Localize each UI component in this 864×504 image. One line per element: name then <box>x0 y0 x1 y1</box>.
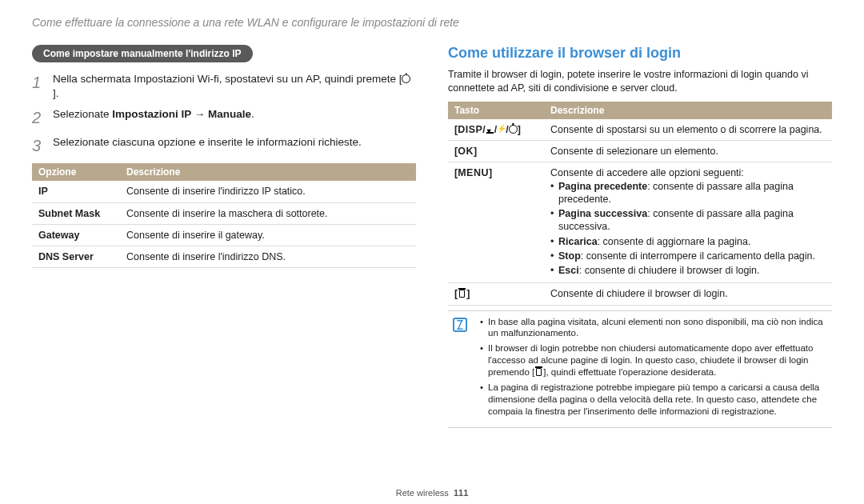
menu-item-label: Pagina precedente <box>558 181 647 192</box>
opt-key: DNS Server <box>32 246 120 268</box>
opt-key: Subnet Mask <box>32 202 120 224</box>
key-cell-ok: [OK] <box>448 141 544 162</box>
menu-item-text: : consente di interrompere il caricament… <box>581 250 815 262</box>
list-item: Esci: consente di chiudere il browser di… <box>550 264 826 277</box>
step-2-text-a: Selezionate <box>53 108 112 120</box>
table-row: [MENU] Consente di accedere alle opzioni… <box>448 162 832 283</box>
col-header-option: Opzione <box>32 163 120 181</box>
page-footer: Rete wireless 111 <box>0 488 864 498</box>
disp-key-label: DISP <box>458 124 482 135</box>
opt-desc: Consente di inserire l'indirizzo IP stat… <box>120 181 416 202</box>
list-item: Stop: consente di interrompere il carica… <box>550 250 826 262</box>
menu-item-text: : consente di chiudere il browser di log… <box>579 265 760 276</box>
table-row: DNS Server Consente di inserire l'indiri… <box>32 246 416 268</box>
step-2-text-c: . <box>251 108 254 120</box>
step-3-text: Selezionate ciascuna opzione e inserite … <box>53 135 362 157</box>
menu-intro: Consente di accedere alle opzioni seguen… <box>550 167 744 178</box>
menu-item-label: Esci <box>558 265 579 276</box>
table-row: [DISP///] Consente di spostarsi su un el… <box>448 119 832 141</box>
step-2-bold: Impostazioni IP → Manuale <box>112 108 251 120</box>
col-header-key: Tasto <box>448 102 544 119</box>
keys-table: Tasto Descrizione [DISP///] Consente di … <box>448 102 832 306</box>
opt-desc: Consente di inserire la maschera di sott… <box>120 202 416 224</box>
menu-options-list: Pagina precedente: consente di passare a… <box>550 180 826 278</box>
note-icon <box>453 318 467 332</box>
section-intro: Tramite il browser di login, potete inse… <box>448 68 832 95</box>
table-row: IP Consente di inserire l'indirizzo IP s… <box>32 181 416 202</box>
subheading-ip-manual: Come impostare manualmente l'indirizzo I… <box>32 45 253 62</box>
step-number: 1 <box>32 72 45 101</box>
key-desc: Consente di chiudere il browser di login… <box>544 283 832 305</box>
step-3: 3 Selezionate ciascuna opzione e inserit… <box>32 135 416 157</box>
trash-icon <box>458 289 466 298</box>
table-row: Gateway Consente di inserire il gateway. <box>32 224 416 246</box>
note-box: In base alla pagina visitata, alcuni ele… <box>448 310 832 429</box>
menu-item-text: : consente di aggiornare la pagina. <box>598 236 751 247</box>
ok-key-label: OK <box>458 146 474 157</box>
table-row: Subnet Mask Consente di inserire la masc… <box>32 202 416 224</box>
key-desc: Consente di selezionare un elemento. <box>544 141 832 162</box>
right-column: Come utilizzare il browser di login Tram… <box>448 45 832 428</box>
step-1-text-a: Nella schermata Impostazioni Wi-fi, spos… <box>53 73 402 85</box>
opt-desc: Consente di inserire il gateway. <box>120 224 416 246</box>
key-cell-trash: [] <box>448 283 544 305</box>
step-number: 3 <box>32 135 45 157</box>
key-cell-menu: [MENU] <box>448 162 544 283</box>
menu-item-label: Ricarica <box>558 236 598 247</box>
page-number: 111 <box>454 488 468 498</box>
menu-item-label: Stop <box>558 250 581 262</box>
left-column: Come impostare manualmente l'indirizzo I… <box>32 45 416 428</box>
note-item: La pagina di registrazione potrebbe impi… <box>480 382 827 418</box>
section-title-login-browser: Come utilizzare il browser di login <box>448 45 832 62</box>
step-1-text-b: ]. <box>53 87 59 99</box>
key-cell-navigation: [DISP///] <box>448 119 544 141</box>
list-item: Pagina successiva: consente di passare a… <box>550 207 826 234</box>
timer-icon <box>402 73 410 85</box>
options-table: Opzione Descrizione IP Consente di inser… <box>32 163 416 268</box>
opt-key: IP <box>32 181 120 202</box>
col-header-description: Descrizione <box>544 102 832 119</box>
step-1: 1 Nella schermata Impostazioni Wi-fi, sp… <box>32 72 416 101</box>
step-2: 2 Selezionate Impostazioni IP → Manuale. <box>32 107 416 129</box>
footer-section-label: Rete wireless <box>396 488 449 498</box>
opt-desc: Consente di inserire l'indirizzo DNS. <box>120 246 416 268</box>
list-item: Pagina precedente: consente di passare a… <box>550 180 826 206</box>
key-desc-menu: Consente di accedere alle opzioni seguen… <box>544 162 832 283</box>
down-icon <box>486 124 494 133</box>
note-2b: ], quindi effettuate l'operazione deside… <box>543 367 716 377</box>
note-item: Il browser di login potrebbe non chiuder… <box>480 342 827 378</box>
table-row: [] Consente di chiudere il browser di lo… <box>448 283 832 305</box>
key-desc: Consente di spostarsi su un elemento o d… <box>544 119 832 141</box>
chapter-title: Come effettuare la connessione a una ret… <box>32 16 832 29</box>
opt-key: Gateway <box>32 224 120 246</box>
timer-icon <box>509 125 518 134</box>
menu-key-label: MENU <box>458 167 489 178</box>
note-item: In base alla pagina visitata, alcuni ele… <box>480 316 827 340</box>
list-item: Ricarica: consente di aggiornare la pagi… <box>550 235 826 248</box>
trash-icon <box>534 367 543 376</box>
col-header-description: Descrizione <box>120 163 416 181</box>
table-row: [OK] Consente di selezionare un elemento… <box>448 141 832 162</box>
flash-icon <box>497 125 506 134</box>
menu-item-label: Pagina successiva <box>558 208 647 219</box>
step-number: 2 <box>32 107 45 129</box>
